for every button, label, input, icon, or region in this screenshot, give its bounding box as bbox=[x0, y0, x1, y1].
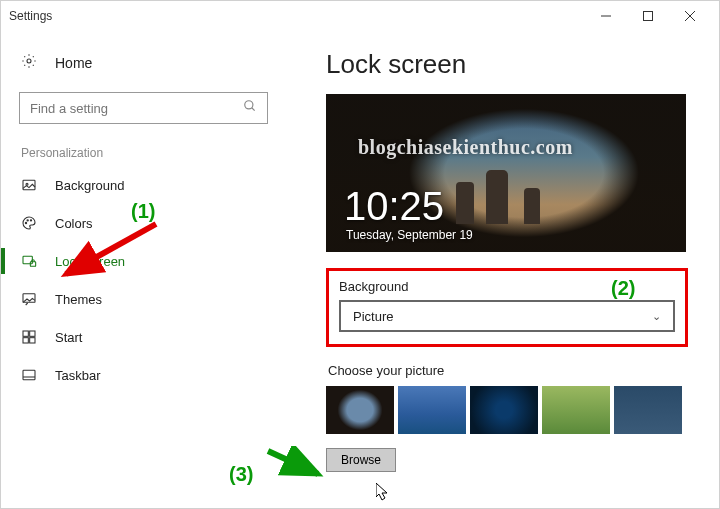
picture-thumbnails bbox=[326, 386, 695, 434]
watermark-text: blogchiasekienthuc.com bbox=[358, 136, 573, 159]
background-label: Background bbox=[339, 279, 675, 294]
background-group: Background Picture ⌄ bbox=[326, 268, 688, 347]
svg-point-4 bbox=[27, 59, 31, 63]
minimize-button[interactable] bbox=[585, 2, 627, 30]
sidebar-item-label: Colors bbox=[55, 216, 93, 231]
gear-icon bbox=[21, 53, 37, 72]
lockscreen-preview: blogchiasekienthuc.com 10:25 Tuesday, Se… bbox=[326, 94, 686, 252]
svg-rect-16 bbox=[30, 331, 35, 336]
sidebar-item-label: Themes bbox=[55, 292, 102, 307]
sidebar-item-themes[interactable]: Themes bbox=[1, 280, 286, 318]
svg-rect-18 bbox=[30, 338, 35, 343]
search-box[interactable] bbox=[19, 92, 268, 124]
sidebar-item-lock-screen[interactable]: Lock screen bbox=[1, 242, 286, 280]
thumbnail-4[interactable] bbox=[542, 386, 610, 434]
background-dropdown[interactable]: Picture ⌄ bbox=[339, 300, 675, 332]
home-label: Home bbox=[55, 55, 92, 71]
palette-icon bbox=[21, 215, 37, 231]
dropdown-value: Picture bbox=[353, 309, 393, 324]
section-label: Personalization bbox=[1, 140, 286, 166]
sidebar-item-label: Taskbar bbox=[55, 368, 101, 383]
thumbnail-2[interactable] bbox=[398, 386, 466, 434]
sidebar: Home Personalization Background Colors L… bbox=[1, 31, 286, 508]
start-icon bbox=[21, 329, 37, 345]
page-title: Lock screen bbox=[326, 49, 695, 80]
titlebar: Settings bbox=[1, 1, 719, 31]
search-input[interactable] bbox=[30, 101, 243, 116]
svg-rect-19 bbox=[23, 370, 35, 379]
window-title: Settings bbox=[9, 9, 52, 23]
sidebar-item-background[interactable]: Background bbox=[1, 166, 286, 204]
sidebar-item-label: Start bbox=[55, 330, 82, 345]
sidebar-item-label: Lock screen bbox=[55, 254, 125, 269]
svg-rect-12 bbox=[23, 256, 32, 263]
sidebar-item-start[interactable]: Start bbox=[1, 318, 286, 356]
search-icon bbox=[243, 99, 257, 117]
thumbnail-1[interactable] bbox=[326, 386, 394, 434]
svg-point-11 bbox=[30, 220, 31, 221]
taskbar-icon bbox=[21, 367, 37, 383]
sidebar-item-taskbar[interactable]: Taskbar bbox=[1, 356, 286, 394]
chevron-down-icon: ⌄ bbox=[652, 310, 661, 323]
svg-rect-1 bbox=[644, 12, 653, 21]
thumbnail-5[interactable] bbox=[614, 386, 682, 434]
sidebar-item-label: Background bbox=[55, 178, 124, 193]
svg-point-9 bbox=[25, 222, 26, 223]
lock-screen-icon bbox=[21, 253, 37, 269]
browse-button[interactable]: Browse bbox=[326, 448, 396, 472]
themes-icon bbox=[21, 291, 37, 307]
choose-picture-label: Choose your picture bbox=[328, 363, 695, 378]
sidebar-item-colors[interactable]: Colors bbox=[1, 204, 286, 242]
svg-rect-15 bbox=[23, 331, 28, 336]
thumbnail-3[interactable] bbox=[470, 386, 538, 434]
preview-date: Tuesday, September 19 bbox=[346, 228, 473, 242]
svg-point-10 bbox=[27, 220, 28, 221]
home-link[interactable]: Home bbox=[1, 43, 286, 82]
close-button[interactable] bbox=[669, 2, 711, 30]
svg-line-6 bbox=[252, 108, 255, 111]
main-content: Lock screen blogchiasekienthuc.com 10:25… bbox=[286, 31, 719, 508]
svg-rect-17 bbox=[23, 338, 28, 343]
svg-point-5 bbox=[245, 101, 253, 109]
image-icon bbox=[21, 177, 37, 193]
maximize-button[interactable] bbox=[627, 2, 669, 30]
preview-time: 10:25 bbox=[344, 186, 444, 226]
